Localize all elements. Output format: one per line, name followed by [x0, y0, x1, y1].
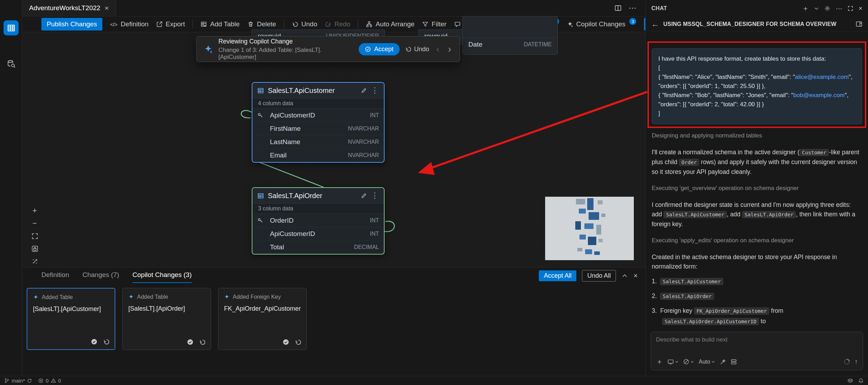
- edit-pencil-icon[interactable]: [361, 87, 367, 94]
- send-button[interactable]: ↑: [854, 358, 858, 366]
- git-branch-item[interactable]: main*: [4, 378, 32, 384]
- close-panel-icon[interactable]: ×: [859, 5, 862, 12]
- tab-copilot-changes[interactable]: Copilot Changes (3): [133, 268, 192, 283]
- chevron-down-icon: [690, 360, 694, 364]
- change-card-apiorder[interactable]: Added Table [SalesLT].[ApiOrder]: [122, 288, 211, 350]
- chevron-down-icon[interactable]: [814, 6, 819, 11]
- accept-change-icon[interactable]: [187, 339, 194, 345]
- email-link[interactable]: bob@example.com: [793, 92, 845, 99]
- change-card-foreignkey[interactable]: Added Foreign Key FK_ApiOrder_ApiCustome…: [218, 288, 307, 350]
- export-button[interactable]: Export: [156, 20, 185, 28]
- notifications-bell-icon[interactable]: [858, 378, 864, 384]
- copilot-status-icon[interactable]: [847, 378, 853, 384]
- definition-button[interactable]: </> Definition: [110, 20, 149, 28]
- banner-subtitle: Change 1 of 3: Added Table: [SalesLT].[A…: [218, 47, 353, 61]
- more-actions-icon[interactable]: ⋯: [629, 4, 636, 13]
- user-message: I have this API response format, create …: [652, 48, 862, 124]
- delete-button[interactable]: Delete: [247, 20, 276, 28]
- split-editor-icon[interactable]: [615, 5, 622, 12]
- column-row[interactable]: Date DATETIME: [463, 38, 557, 51]
- zoom-in-button[interactable]: +: [30, 206, 40, 216]
- tab-changes[interactable]: Changes (7): [82, 268, 119, 283]
- column-row[interactable]: ApiCustomerID INT: [252, 109, 384, 122]
- chat-thread-title: USING MSSQL_SCHEMA_DESIGNER FOR SCHEMA O…: [663, 21, 852, 27]
- open-in-editor-icon[interactable]: [856, 21, 862, 27]
- table-node-header[interactable]: SalesLT.ApiOrder ⋮: [252, 188, 384, 203]
- kebab-menu-icon[interactable]: ⋮: [371, 191, 379, 200]
- redo-button[interactable]: Redo: [325, 20, 350, 28]
- sync-icon[interactable]: [27, 378, 32, 383]
- accept-all-button[interactable]: Accept All: [539, 270, 576, 281]
- card-kind-label: Added Foreign Key: [233, 294, 281, 300]
- changes-panel: Definition Changes (7) Copilot Changes (…: [22, 267, 645, 376]
- settings-gear-icon[interactable]: [824, 5, 830, 12]
- tab-definition[interactable]: Definition: [41, 268, 69, 283]
- discard-change-icon[interactable]: [199, 339, 206, 345]
- table-node-apicustomer[interactable]: SalesLT.ApiCustomer ⋮ 4 column data ApiC…: [252, 82, 385, 163]
- table-node-apiorder[interactable]: SalesLT.ApiOrder ⋮ 3 column data OrderID…: [252, 187, 385, 255]
- undo-all-button[interactable]: Undo All: [582, 270, 616, 282]
- partial-table-right[interactable]: Date DATETIME: [462, 16, 558, 55]
- tools-wand-icon[interactable]: [720, 359, 726, 365]
- edit-pencil-icon[interactable]: [361, 192, 367, 199]
- column-row[interactable]: FirstName NVARCHAR: [252, 122, 384, 135]
- schema-designer-icon[interactable]: [4, 20, 19, 35]
- tool-status: Executing 'apply_edits' operation on sch…: [652, 237, 862, 244]
- accept-change-icon[interactable]: [283, 339, 289, 345]
- kebab-menu-icon[interactable]: ⋮: [371, 86, 379, 95]
- table-node-header[interactable]: SalesLT.ApiCustomer ⋮: [252, 83, 384, 98]
- mode-picker[interactable]: [683, 359, 694, 365]
- list-item: 3. Foreign key FK_ApiOrder_ApiCustomer f…: [652, 306, 862, 327]
- problems-item[interactable]: 0 0: [38, 378, 61, 384]
- filter-button[interactable]: Filter: [422, 20, 446, 28]
- collapse-panel-icon[interactable]: [622, 273, 628, 279]
- column-row[interactable]: Email NVARCHAR: [252, 149, 384, 162]
- screen-context-picker[interactable]: [667, 359, 679, 365]
- fit-view-icon[interactable]: [30, 231, 40, 241]
- maximize-panel-icon[interactable]: [848, 6, 853, 11]
- undo-change-button[interactable]: Undo: [405, 46, 429, 53]
- close-panel-icon[interactable]: ×: [633, 272, 638, 280]
- column-row[interactable]: Total DECIMAL: [252, 241, 384, 254]
- more-actions-icon[interactable]: ⋯: [836, 5, 842, 13]
- copilot-changes-badge: 3: [629, 18, 636, 25]
- minimap[interactable]: [545, 197, 634, 260]
- progress-label: Designing and applying normalized tables: [652, 132, 862, 139]
- auto-arrange-icon: [366, 21, 372, 27]
- chat-input[interactable]: [656, 336, 858, 343]
- new-chat-icon[interactable]: ＋: [802, 4, 809, 13]
- previous-change-icon[interactable]: ‹: [435, 44, 441, 54]
- model-picker[interactable]: Auto: [699, 359, 715, 365]
- add-context-icon[interactable]: ＋: [656, 357, 663, 366]
- change-card-apicustomer[interactable]: Added Table [SalesLT].[ApiCustomer]: [27, 288, 115, 350]
- result-list: 1. SalesLT.ApiCustomer 2. SalesLT.ApiOrd…: [652, 276, 862, 327]
- column-row[interactable]: LastName NVARCHAR: [252, 135, 384, 149]
- add-table-button[interactable]: Add Table: [201, 20, 239, 28]
- discard-change-icon[interactable]: [295, 339, 301, 345]
- publish-changes-button[interactable]: Publish Changes: [41, 18, 102, 31]
- warnings-icon: [51, 378, 56, 383]
- undo-button[interactable]: Undo: [292, 20, 317, 28]
- mcp-servers-icon[interactable]: [731, 359, 737, 365]
- column-row[interactable]: [463, 16, 557, 38]
- column-row[interactable]: OrderID INT: [252, 214, 384, 227]
- reroute-icon[interactable]: [30, 256, 40, 266]
- tab-adventureworks[interactable]: AdventureWorksLT2022 ×: [22, 0, 116, 16]
- discard-change-icon[interactable]: [103, 338, 110, 345]
- tab-close-icon[interactable]: ×: [104, 4, 109, 12]
- inline-code: Customer: [800, 149, 829, 156]
- next-change-icon[interactable]: ›: [447, 44, 453, 54]
- back-arrow-icon[interactable]: ←: [651, 20, 659, 29]
- accept-change-icon[interactable]: [91, 338, 97, 345]
- chat-input-box[interactable]: ＋ Auto ↑: [651, 332, 863, 370]
- auto-arrange-button[interactable]: Auto Arrange: [366, 20, 414, 28]
- column-row[interactable]: ApiCustomerID INT: [252, 227, 384, 241]
- tabbar-actions: ⋯: [615, 0, 645, 16]
- lock-icon[interactable]: [30, 244, 40, 254]
- zoom-out-button[interactable]: −: [30, 218, 40, 228]
- copilot-changes-button[interactable]: Copilot Changes 3: [567, 20, 636, 28]
- accept-change-button[interactable]: Accept: [359, 43, 400, 55]
- email-link[interactable]: alice@example.com: [795, 74, 848, 80]
- database-search-icon[interactable]: [4, 56, 19, 71]
- schema-canvas[interactable]: rowguid UNIQUEIDENTIFIER rowguid Date DA…: [22, 32, 645, 267]
